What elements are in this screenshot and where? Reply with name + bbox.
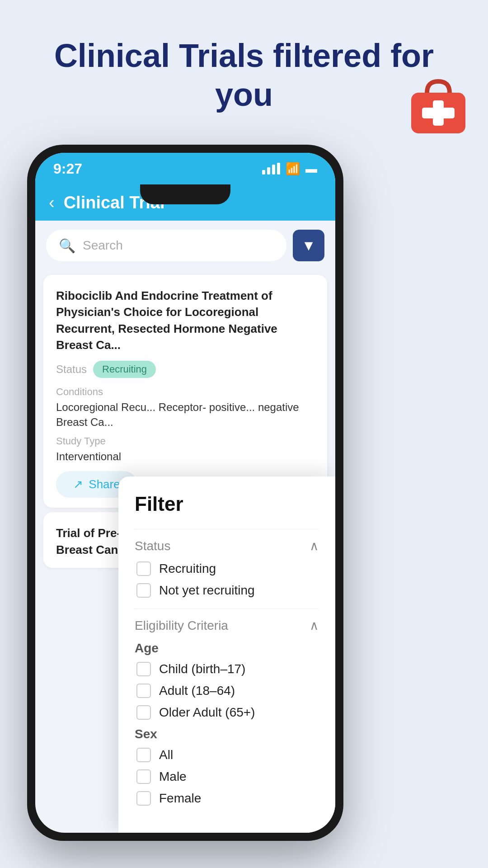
status-label: Status (56, 363, 87, 376)
status-badge: Recruiting (93, 361, 156, 378)
phone-notch (140, 184, 230, 204)
female-label: Female (159, 791, 201, 806)
study-type-label: Study Type (56, 435, 314, 447)
male-label: Male (159, 769, 187, 784)
recruiting-label: Recruiting (159, 561, 216, 576)
filter-icon: ▼ (301, 237, 316, 254)
trial-title-1: Ribociclib And Endocrine Treatment of Ph… (56, 288, 314, 354)
age-subsection-title: Age (135, 641, 319, 656)
all-label: All (159, 748, 173, 762)
child-label: Child (birth–17) (159, 662, 245, 676)
filter-option-adult[interactable]: Adult (18–64) (135, 684, 319, 698)
svg-rect-2 (422, 108, 455, 118)
filter-option-not-yet-recruiting[interactable]: Not yet recruiting (135, 583, 319, 598)
search-bar[interactable]: 🔍 Search (46, 230, 286, 261)
filter-eligibility-header[interactable]: Eligibility Criteria ∧ (135, 609, 319, 633)
filter-option-child[interactable]: Child (birth–17) (135, 662, 319, 676)
status-time: 9:27 (53, 160, 82, 177)
conditions-value: Locoregional Recu... Receptor- positive.… (56, 400, 314, 430)
recruiting-checkbox[interactable] (136, 561, 151, 576)
conditions-label: Conditions (56, 386, 314, 398)
not-yet-recruiting-checkbox[interactable] (136, 583, 151, 598)
not-yet-recruiting-label: Not yet recruiting (159, 583, 255, 598)
back-button[interactable]: ‹ (49, 193, 55, 212)
chevron-up-icon: ∧ (310, 538, 319, 553)
female-checkbox[interactable] (136, 791, 151, 806)
filter-eligibility-title: Eligibility Criteria (135, 618, 228, 633)
status-icons: 📶 ▬ (262, 162, 317, 176)
share-label: Share (89, 477, 120, 491)
phone-frame: 9:27 📶 ▬ ‹ Clinical Trial 🔍 Search (27, 145, 343, 841)
sex-subsection-title: Sex (135, 727, 319, 741)
share-icon: ↗ (73, 477, 83, 491)
status-bar: 9:27 📶 ▬ (35, 153, 335, 184)
older-adult-label: Older Adult (65+) (159, 705, 255, 720)
filter-status-header[interactable]: Status ∧ (135, 529, 319, 553)
filter-option-recruiting[interactable]: Recruiting (135, 561, 319, 576)
male-checkbox[interactable] (136, 769, 151, 784)
phone-screen: 9:27 📶 ▬ ‹ Clinical Trial 🔍 Search (35, 153, 335, 833)
filter-option-older-adult[interactable]: Older Adult (65+) (135, 705, 319, 720)
search-input[interactable]: Search (83, 238, 123, 253)
search-area: 🔍 Search ▼ (35, 221, 335, 270)
study-type-value: Interventional (56, 449, 314, 464)
wifi-icon: 📶 (286, 162, 300, 176)
filter-button[interactable]: ▼ (293, 230, 324, 261)
chevron-up-icon-2: ∧ (310, 618, 319, 633)
search-icon: 🔍 (59, 238, 75, 254)
trial-status-row: Status Recruiting (56, 361, 314, 378)
filter-section-status: Status ∧ Recruiting Not yet recruiting (135, 529, 319, 598)
conditions-section: Conditions Locoregional Recu... Receptor… (56, 386, 314, 430)
adult-label: Adult (18–64) (159, 684, 235, 698)
filter-status-title: Status (135, 539, 170, 553)
trial-card-1: Ribociclib And Endocrine Treatment of Ph… (43, 275, 327, 508)
filter-section-eligibility: Eligibility Criteria ∧ Age Child (birth–… (135, 609, 319, 806)
older-adult-checkbox[interactable] (136, 705, 151, 720)
child-checkbox[interactable] (136, 662, 151, 676)
battery-icon: ▬ (305, 162, 317, 176)
filter-option-all[interactable]: All (135, 748, 319, 762)
filter-option-male[interactable]: Male (135, 769, 319, 784)
medical-bag-icon (402, 72, 474, 136)
filter-option-female[interactable]: Female (135, 791, 319, 806)
adult-checkbox[interactable] (136, 684, 151, 698)
signal-icon (262, 163, 280, 175)
study-type-section: Study Type Interventional (56, 435, 314, 464)
filter-drawer-title: Filter (135, 493, 319, 515)
filter-drawer: Filter Status ∧ Recruiting Not yet recru… (118, 476, 335, 833)
all-checkbox[interactable] (136, 748, 151, 762)
